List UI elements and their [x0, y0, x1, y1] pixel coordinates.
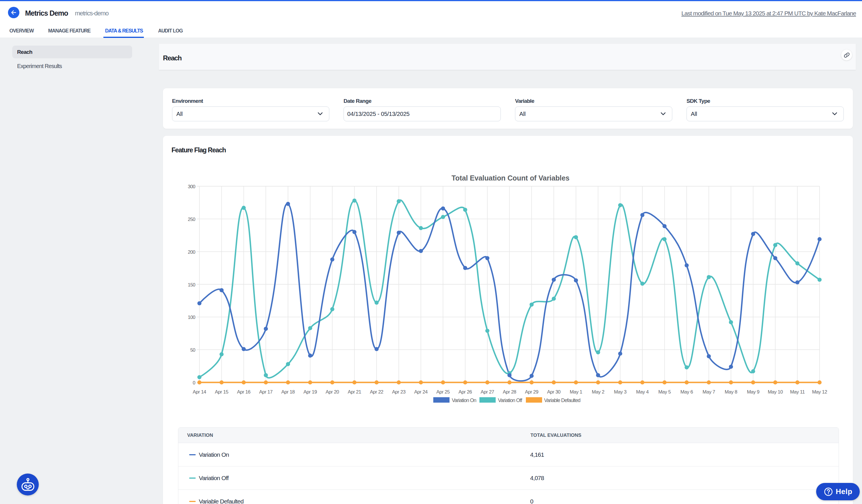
- svg-text:Apr 29: Apr 29: [525, 389, 538, 395]
- svg-text:Apr 15: Apr 15: [215, 389, 228, 395]
- svg-text:Variation On: Variation On: [452, 398, 476, 403]
- svg-text:200: 200: [188, 250, 195, 255]
- svg-text:Apr 21: Apr 21: [348, 389, 361, 395]
- svg-text:May 12: May 12: [812, 389, 827, 395]
- svg-text:Apr 14: Apr 14: [193, 389, 206, 395]
- svg-text:May 7: May 7: [703, 389, 715, 395]
- svg-text:May 10: May 10: [768, 389, 783, 395]
- svg-text:May 5: May 5: [658, 389, 671, 395]
- svg-text:Apr 16: Apr 16: [237, 389, 250, 395]
- svg-text:300: 300: [188, 184, 195, 189]
- svg-text:250: 250: [188, 217, 195, 222]
- svg-text:May 2: May 2: [592, 389, 604, 395]
- svg-text:May 11: May 11: [790, 389, 805, 395]
- svg-text:May 8: May 8: [725, 389, 737, 395]
- svg-text:Apr 22: Apr 22: [370, 389, 383, 395]
- svg-text:Apr 23: Apr 23: [392, 389, 405, 395]
- svg-text:Apr 19: Apr 19: [303, 389, 317, 395]
- svg-text:0: 0: [193, 380, 195, 386]
- svg-text:150: 150: [188, 282, 195, 288]
- svg-text:Apr 17: Apr 17: [259, 389, 273, 395]
- svg-text:May 1: May 1: [570, 389, 582, 395]
- svg-text:Total Evaluation Count of Vari: Total Evaluation Count of Variables: [452, 174, 570, 182]
- svg-text:Apr 20: Apr 20: [326, 389, 339, 395]
- svg-text:Variable Defaulted: Variable Defaulted: [544, 398, 580, 403]
- svg-text:Apr 26: Apr 26: [458, 389, 472, 395]
- svg-text:May 6: May 6: [681, 389, 693, 395]
- svg-text:50: 50: [190, 347, 195, 353]
- svg-text:Apr 27: Apr 27: [481, 389, 494, 395]
- svg-text:Apr 30: Apr 30: [547, 389, 560, 395]
- svg-text:100: 100: [188, 315, 195, 320]
- svg-text:Apr 25: Apr 25: [436, 389, 450, 395]
- svg-text:Apr 18: Apr 18: [281, 389, 295, 395]
- svg-text:May 3: May 3: [614, 389, 626, 395]
- svg-text:Variation Off: Variation Off: [498, 398, 522, 403]
- svg-text:Apr 28: Apr 28: [503, 389, 516, 395]
- svg-text:May 4: May 4: [636, 389, 649, 395]
- svg-text:Apr 24: Apr 24: [414, 389, 428, 395]
- svg-text:May 9: May 9: [747, 389, 759, 395]
